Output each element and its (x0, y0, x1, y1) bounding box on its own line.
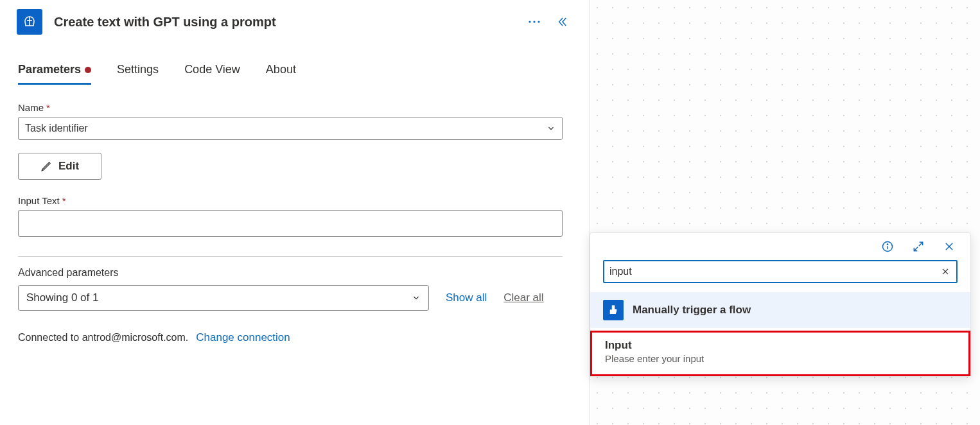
trigger-section-row[interactable]: Manually trigger a flow (590, 292, 970, 328)
popup-search-wrap (590, 256, 970, 292)
change-connection-link[interactable]: Change connection (196, 331, 290, 344)
popup-toolbar (590, 233, 970, 256)
result-title: Input (605, 339, 956, 352)
connection-text: Connected to antrod@microsoft.com. (18, 332, 188, 343)
required-asterisk: * (62, 195, 66, 206)
clear-search-icon[interactable] (940, 266, 951, 277)
popup-search-input[interactable] (609, 266, 940, 277)
input-text-label-text: Input Text (18, 195, 60, 206)
tab-strip: Parameters Settings Code View About (0, 63, 589, 84)
collapse-panel-button[interactable] (552, 11, 573, 33)
chevron-down-icon (547, 124, 556, 133)
show-all-link[interactable]: Show all (446, 291, 487, 304)
expand-icon[interactable] (911, 239, 925, 254)
advanced-section: Advanced parameters Showing 0 of 1 Show … (18, 267, 563, 311)
connection-row: Connected to antrod@microsoft.com. Chang… (18, 331, 571, 344)
svg-point-1 (533, 21, 535, 22)
advanced-select-value: Showing 0 of 1 (26, 291, 98, 304)
error-dot-icon (85, 67, 91, 73)
more-options-button[interactable] (523, 11, 545, 33)
name-label-text: Name (18, 102, 44, 113)
tab-label: Parameters (18, 63, 81, 76)
name-label: Name* (18, 102, 571, 113)
required-asterisk: * (46, 102, 50, 113)
svg-point-2 (538, 21, 539, 22)
tab-about[interactable]: About (266, 63, 296, 84)
advanced-select[interactable]: Showing 0 of 1 (18, 285, 429, 311)
panel-title: Create text with GPT using a prompt (54, 15, 523, 30)
tab-label: About (266, 63, 296, 76)
advanced-heading: Advanced parameters (18, 267, 563, 279)
tab-parameters[interactable]: Parameters (18, 63, 91, 84)
config-panel: Create text with GPT using a prompt Para… (0, 0, 590, 425)
tab-label: Settings (117, 63, 159, 76)
popup-search-box[interactable] (603, 260, 958, 283)
panel-header: Create text with GPT using a prompt (0, 9, 589, 35)
divider (18, 256, 563, 257)
tab-code-view[interactable]: Code View (184, 63, 240, 84)
edit-button-label: Edit (58, 160, 79, 173)
svg-point-5 (887, 244, 888, 245)
close-icon[interactable] (942, 239, 956, 254)
gpt-action-icon (17, 9, 42, 35)
input-text-label: Input Text* (18, 195, 571, 206)
pencil-icon (40, 160, 52, 172)
tab-settings[interactable]: Settings (117, 63, 159, 84)
result-desc: Please enter your input (605, 353, 956, 364)
advanced-row: Showing 0 of 1 Show all Clear all (18, 285, 563, 311)
designer-canvas[interactable]: Manually trigger a flow Input Please ent… (590, 0, 980, 425)
svg-point-0 (529, 21, 530, 22)
name-select-value: Task identifier (25, 123, 88, 134)
edit-button[interactable]: Edit (18, 153, 101, 180)
chevron-down-icon (412, 293, 421, 302)
info-icon[interactable] (880, 239, 895, 254)
tab-label: Code View (184, 63, 240, 76)
dynamic-content-popup: Manually trigger a flow Input Please ent… (590, 232, 971, 377)
name-select[interactable]: Task identifier (18, 117, 563, 140)
clear-all-link[interactable]: Clear all (503, 291, 543, 304)
trigger-section-title: Manually trigger a flow (633, 304, 751, 317)
form-body: Name* Task identifier Edit Input Text* A… (0, 84, 589, 344)
input-text-field[interactable] (18, 210, 563, 237)
dynamic-content-result[interactable]: Input Please enter your input (590, 331, 970, 376)
manual-trigger-icon (603, 300, 624, 320)
